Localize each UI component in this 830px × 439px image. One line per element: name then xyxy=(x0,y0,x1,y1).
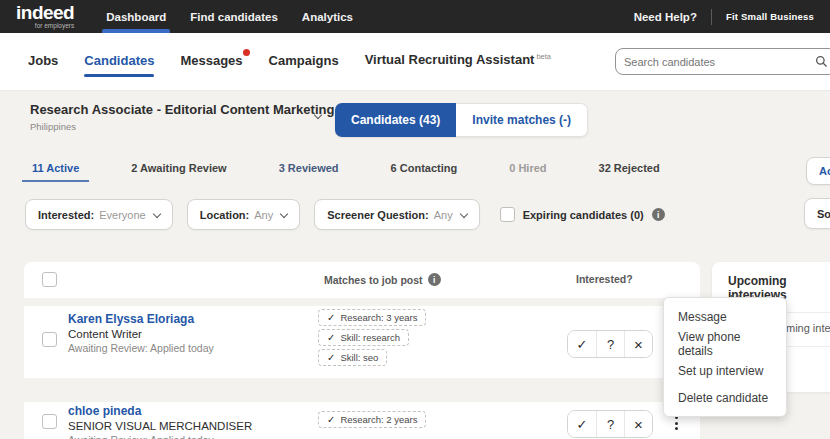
logo-subtext: for employers xyxy=(35,23,74,30)
menu-item-delete-candidate[interactable]: Delete candidate xyxy=(664,384,786,411)
chevron-down-icon xyxy=(459,209,467,217)
status-tab-hired[interactable]: 0 Hired xyxy=(505,158,550,186)
vra-label: Virtual Recruiting Assistant xyxy=(365,53,535,68)
need-help-link[interactable]: Need Help? xyxy=(634,11,697,23)
topnav-dashboard[interactable]: Dashboard xyxy=(94,0,178,33)
notification-dot-icon xyxy=(243,49,250,56)
top-navbar: indeed for employers Dashboard Find cand… xyxy=(0,0,830,33)
filter-interested-value: Everyone xyxy=(99,209,145,221)
interested-yes-button[interactable]: ✓ xyxy=(568,411,596,437)
match-chip-label: Skill: seo xyxy=(340,352,378,363)
search-input[interactable] xyxy=(624,56,815,68)
filter-screener-question[interactable]: Screener Question: Any xyxy=(314,199,479,230)
table-row-chloe: chloe pineda SENIOR VISUAL MERCHANDISER … xyxy=(24,402,700,439)
interested-no-button[interactable]: × xyxy=(624,331,652,357)
table-row-karen: Karen Elyssa Eloriaga Content Writer Awa… xyxy=(24,306,700,378)
candidate-name-link[interactable]: Karen Elyssa Eloriaga xyxy=(68,312,214,326)
tab-campaigns[interactable]: Campaigns xyxy=(269,43,339,82)
candidate-context-menu: Message View phone details Set up interv… xyxy=(663,297,787,417)
match-chips: ✓Research: 2 years xyxy=(318,411,426,428)
filter-location-label: Location: xyxy=(200,209,250,221)
search-icon[interactable] xyxy=(815,55,828,68)
status-tab-contacting[interactable]: 6 Contacting xyxy=(387,158,462,186)
status-tab-rejected[interactable]: 32 Rejected xyxy=(595,158,664,186)
job-selector-title[interactable]: Research Associate - Editorial Content M… xyxy=(30,102,334,117)
tab-virtual-recruiting-assistant[interactable]: Virtual Recruiting Assistantbeta xyxy=(365,42,551,81)
menu-item-message[interactable]: Message xyxy=(664,303,786,330)
filter-screener-label: Screener Question: xyxy=(327,209,428,221)
candidates-count-button[interactable]: Candidates (43) xyxy=(335,103,456,137)
status-tab-active[interactable]: 11 Active xyxy=(28,158,83,186)
match-chips: ✓Research: 3 years ✓Skill: research ✓Ski… xyxy=(318,309,426,366)
filter-screener-value: Any xyxy=(434,209,453,221)
match-chip-label: Research: 3 years xyxy=(340,312,417,323)
candidate-status: Awaiting Review: Applied today xyxy=(68,434,252,439)
row-checkbox[interactable] xyxy=(42,414,57,429)
match-chip: ✓Skill: seo xyxy=(318,349,387,366)
status-tab-reviewed[interactable]: 3 Reviewed xyxy=(275,158,343,186)
tab-jobs[interactable]: Jobs xyxy=(28,43,58,82)
tab-messages[interactable]: Messages xyxy=(180,43,242,82)
partner-brand-label: Fit Small Business xyxy=(726,11,814,22)
filter-bar: Interested: Everyone Location: Any Scree… xyxy=(25,199,665,230)
interested-maybe-button[interactable]: ? xyxy=(596,331,624,357)
candidates-invite-toggle: Candidates (43) Invite matches (-) xyxy=(335,103,588,137)
filter-location-value: Any xyxy=(254,209,273,221)
match-chip-label: Skill: research xyxy=(340,332,400,343)
match-chip: ✓Research: 3 years xyxy=(318,309,426,326)
chevron-down-icon xyxy=(152,209,160,217)
candidate-title: SENIOR VISUAL MERCHANDISER xyxy=(68,420,252,432)
filter-interested-label: Interested: xyxy=(38,209,94,221)
match-chip: ✓Skill: research xyxy=(318,329,409,346)
candidate-name-link[interactable]: chloe pineda xyxy=(68,404,252,418)
interested-no-button[interactable]: × xyxy=(624,411,652,437)
tab-candidates[interactable]: Candidates xyxy=(84,43,154,82)
matches-column-header: Matches to job post i xyxy=(324,273,441,286)
select-all-checkbox[interactable] xyxy=(42,272,57,287)
topnav-analytics[interactable]: Analytics xyxy=(290,0,365,33)
menu-item-set-up-interview[interactable]: Set up interview xyxy=(664,357,786,384)
job-location: Philippines xyxy=(30,121,76,132)
filter-interested[interactable]: Interested: Everyone xyxy=(25,199,173,230)
filter-location[interactable]: Location: Any xyxy=(187,199,300,230)
candidate-info: Karen Elyssa Eloriaga Content Writer Awa… xyxy=(68,312,214,354)
beta-badge: beta xyxy=(536,52,551,61)
match-chip-label: Research: 2 years xyxy=(340,414,417,425)
sort-button-clipped[interactable]: Sor xyxy=(804,198,830,229)
candidate-info: chloe pineda SENIOR VISUAL MERCHANDISER … xyxy=(68,404,252,439)
interested-button-group: ✓ ? × xyxy=(567,330,653,358)
indeed-employer-dashboard: indeed for employers Dashboard Find cand… xyxy=(0,0,830,439)
interested-button-group: ✓ ? × xyxy=(567,410,653,438)
check-icon: ✓ xyxy=(327,352,335,363)
status-tab-awaiting-review[interactable]: 2 Awaiting Review xyxy=(127,158,230,186)
candidate-search xyxy=(615,48,830,75)
matches-header-label: Matches to job post xyxy=(324,274,423,286)
info-icon[interactable]: i xyxy=(652,208,665,221)
indeed-logo[interactable]: indeed for employers xyxy=(16,3,74,30)
expiring-candidates-label: Expiring candidates (0) xyxy=(523,209,644,221)
tab-messages-label: Messages xyxy=(180,53,242,68)
interested-column-header: Interested? xyxy=(576,273,633,285)
expiring-candidates-filter: Expiring candidates (0) i xyxy=(500,207,665,222)
actions-button-clipped[interactable]: Ac xyxy=(806,157,830,185)
row-checkbox[interactable] xyxy=(42,332,57,347)
candidate-status: Awaiting Review: Applied today xyxy=(68,342,214,354)
logo-text: indeed xyxy=(16,3,74,22)
candidate-title: Content Writer xyxy=(68,328,214,340)
interested-yes-button[interactable]: ✓ xyxy=(568,331,596,357)
secondary-navbar: Jobs Candidates Messages Campaigns Virtu… xyxy=(0,33,830,91)
topnav-divider xyxy=(711,9,712,25)
topnav-find-candidates[interactable]: Find candidates xyxy=(178,0,290,33)
candidate-table-header: Matches to job post i Interested? xyxy=(24,262,700,298)
check-icon: ✓ xyxy=(327,332,335,343)
menu-item-view-phone-details[interactable]: View phone details xyxy=(664,330,786,357)
invite-matches-button[interactable]: Invite matches (-) xyxy=(456,103,588,137)
status-tabs: 11 Active 2 Awaiting Review 3 Reviewed 6… xyxy=(28,158,664,186)
check-icon: ✓ xyxy=(327,414,335,425)
chevron-down-icon xyxy=(280,209,288,217)
interested-maybe-button[interactable]: ? xyxy=(596,411,624,437)
info-icon[interactable]: i xyxy=(428,273,441,286)
match-chip: ✓Research: 2 years xyxy=(318,411,426,428)
expiring-candidates-checkbox[interactable] xyxy=(500,207,515,222)
check-icon: ✓ xyxy=(327,312,335,323)
